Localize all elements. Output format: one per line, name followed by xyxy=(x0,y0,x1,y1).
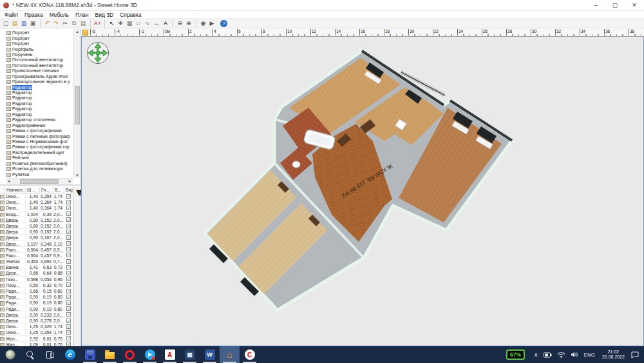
table-header[interactable]: Наимен...Ш...Гл...В...Вид... xyxy=(0,187,80,193)
battery-percentage-widget[interactable]: 67% xyxy=(506,349,525,360)
scroll-up-icon[interactable]: ▲ xyxy=(74,29,80,34)
visible-checkbox[interactable]: ✓ xyxy=(66,224,71,228)
catalog-item[interactable]: Рамки с летними фотограф xyxy=(6,133,73,139)
battery-icon[interactable] xyxy=(544,352,552,358)
scroll-down-icon[interactable]: ▼ xyxy=(73,187,80,346)
create-rooms-icon[interactable]: ▱ xyxy=(134,19,143,28)
menu-item[interactable]: Мебель xyxy=(46,12,72,18)
table-row[interactable]: Двер... 1,197 0,248 2,10 ✓ xyxy=(0,241,73,247)
zoom-out-icon[interactable]: ⊖ xyxy=(173,19,184,28)
catalog-item[interactable]: Потолочный вентилятор xyxy=(6,63,73,68)
taskbar-sweet-home-3d-icon[interactable]: ⌂ xyxy=(220,346,240,363)
table-row[interactable]: Дверь 0,90 0,233 2,0... ✓ xyxy=(0,312,73,318)
pan-icon[interactable]: ✚ xyxy=(116,19,125,28)
catalog-item[interactable]: Проволочные плечики xyxy=(6,68,73,74)
table-row[interactable]: Окно... 1,25 0,329 1,74 ✓ xyxy=(0,324,73,329)
column-header[interactable]: Наимен... xyxy=(5,187,26,193)
create-polylines-icon[interactable]: ∿ xyxy=(143,19,152,28)
catalog-horizontal-scrollbar[interactable]: ◄ ► xyxy=(6,178,73,184)
table-row[interactable]: Дверь 0,80 0,152 2,0... ✓ xyxy=(0,217,73,223)
taskbar-search-icon[interactable] xyxy=(20,346,40,363)
taskbar-word-icon[interactable]: W xyxy=(200,346,220,363)
catalog-item[interactable]: Радиатор xyxy=(6,84,73,90)
minimize-button[interactable]: – xyxy=(586,0,605,10)
catalog-item[interactable]: Прямоугольное зеркало в р xyxy=(6,79,73,84)
table-row[interactable]: Унитаз 0,353 0,692 0,7... ✓ xyxy=(0,259,73,264)
help-icon[interactable]: ? xyxy=(220,20,227,27)
catalog-item[interactable]: Радиоприёмник xyxy=(6,123,73,128)
table-row[interactable]: Ради... 0,90 0,19 0,80 ✓ xyxy=(0,294,73,300)
copy-icon[interactable]: ⧉ xyxy=(70,19,79,28)
visible-checkbox[interactable]: ✓ xyxy=(66,295,71,299)
select-icon[interactable]: ↖ xyxy=(104,19,116,28)
column-header[interactable]: В... xyxy=(53,187,64,193)
catalog-item[interactable]: Проигрыватель Apple iPod xyxy=(6,74,73,79)
taskbar-file-explorer-icon[interactable] xyxy=(100,346,120,363)
table-row[interactable]: Посу... 0,50 0,32 0,70 ✓ xyxy=(0,282,73,288)
catalog-item[interactable]: Портфель xyxy=(6,46,73,52)
add-furniture-icon[interactable]: A+ xyxy=(90,19,102,28)
catalog-item[interactable]: Рулетка xyxy=(6,172,73,177)
undo-icon[interactable]: ↶ xyxy=(40,19,52,28)
menu-item[interactable]: Вид 3D xyxy=(92,12,117,18)
visible-checkbox[interactable]: ✓ xyxy=(66,289,71,293)
visible-checkbox[interactable]: ✓ xyxy=(66,330,71,335)
visible-checkbox[interactable]: ✓ xyxy=(66,230,71,234)
table-row[interactable]: Ванна 1,41 0,63 0,72 ✓ xyxy=(0,264,73,270)
menu-item[interactable]: Справка xyxy=(117,12,144,18)
table-row[interactable]: Дверь 0,80 0,152 2,0... ✓ xyxy=(0,223,73,229)
visible-checkbox[interactable]: ✓ xyxy=(66,271,71,275)
visible-checkbox[interactable]: ✓ xyxy=(66,200,71,204)
catalog-item[interactable]: Портрет xyxy=(6,35,73,41)
catalog-item[interactable]: Радиатор xyxy=(6,106,73,112)
visible-checkbox[interactable]: ✓ xyxy=(66,336,71,340)
table-row[interactable]: Ради... 0,90 0,19 0,80 ✓ xyxy=(0,300,73,306)
catalog-vertical-scrollbar[interactable]: ▲ ▼ xyxy=(73,29,80,178)
table-row[interactable]: Окно... 1,40 0,364 1,74 ✓ xyxy=(0,199,73,205)
visible-checkbox[interactable]: ✓ xyxy=(66,319,71,323)
scrollbar-thumb[interactable] xyxy=(75,86,80,124)
create-photo-icon[interactable]: ◉ xyxy=(196,19,207,28)
catalog-item[interactable]: Распределительный щит xyxy=(6,150,73,155)
visible-checkbox[interactable]: ✓ xyxy=(66,247,71,251)
table-row[interactable]: Дере... 0,65 0,64 0,85 ✓ xyxy=(0,270,73,276)
catalog-item[interactable]: Радиатор xyxy=(6,90,73,95)
visible-checkbox[interactable]: ✓ xyxy=(66,259,71,264)
table-row[interactable]: Вход... 1,004 0,39 2,0... ✓ xyxy=(0,211,73,217)
print-icon[interactable]: ▣ xyxy=(28,19,37,28)
notification-center-icon[interactable] xyxy=(631,351,639,358)
scrollbar-thumb[interactable] xyxy=(20,179,59,184)
save-home-icon[interactable]: ▥ xyxy=(19,19,28,28)
catalog-item[interactable]: Рамки с Норвежскими фот xyxy=(6,139,73,144)
column-header[interactable]: Ш... xyxy=(26,187,40,193)
taskbar-calculator-icon[interactable]: ▦ xyxy=(180,346,200,363)
visible-checkbox[interactable]: ✓ xyxy=(66,306,71,311)
view-3d[interactable]: Ж.КОМ.КВ. 118.88 М2 xyxy=(81,37,644,346)
navigation-compass[interactable] xyxy=(86,41,110,65)
visible-checkbox[interactable]: ✓ xyxy=(66,265,71,270)
table-row[interactable]: Рако... 0,564 0,457 0,9... ✓ xyxy=(0,253,73,259)
visible-checkbox[interactable]: ✓ xyxy=(66,342,71,346)
menu-item[interactable]: Правка xyxy=(21,12,46,18)
table-row[interactable]: Жел... 1,09 0,01 0,70 ✓ xyxy=(0,342,73,346)
catalog-item[interactable]: Радиатор xyxy=(6,95,73,101)
catalog-item[interactable]: Потолочный вентилятор xyxy=(6,57,73,63)
visible-checkbox[interactable]: ✓ xyxy=(66,312,71,317)
catalog-item[interactable]: Радиатор отопления xyxy=(6,117,73,123)
table-row[interactable]: Дверь 0,90 0,152 2,0... ✓ xyxy=(0,229,73,235)
table-row[interactable]: Окно... 1,40 0,354 1,74 ✓ xyxy=(0,193,73,199)
table-row[interactable]: Окно... 1,25 0,354 1,74 ✓ xyxy=(0,329,73,335)
visible-checkbox[interactable]: ✓ xyxy=(66,282,71,287)
scroll-left-icon[interactable]: ◄ xyxy=(6,179,12,184)
open-home-icon[interactable]: ▤ xyxy=(10,19,19,28)
visible-checkbox[interactable]: ✓ xyxy=(66,217,71,222)
column-header[interactable]: Гл... xyxy=(40,187,53,193)
table-row[interactable]: Рако... 0,564 0,457 0,9... ✓ xyxy=(0,247,73,253)
visible-checkbox[interactable]: ✓ xyxy=(66,300,71,305)
taskbar-red-c-app-icon[interactable]: C xyxy=(240,346,260,363)
table-row[interactable]: Дверь 0,90 0,278 2,0... ✓ xyxy=(0,318,73,324)
table-row[interactable]: Дверь 0,90 0,167 2,0... ✓ xyxy=(0,235,73,240)
create-walls-icon[interactable]: ▦ xyxy=(125,19,134,28)
catalog-item[interactable]: Рейлинг xyxy=(6,155,73,161)
catalog-item[interactable]: Поручень xyxy=(6,52,73,57)
